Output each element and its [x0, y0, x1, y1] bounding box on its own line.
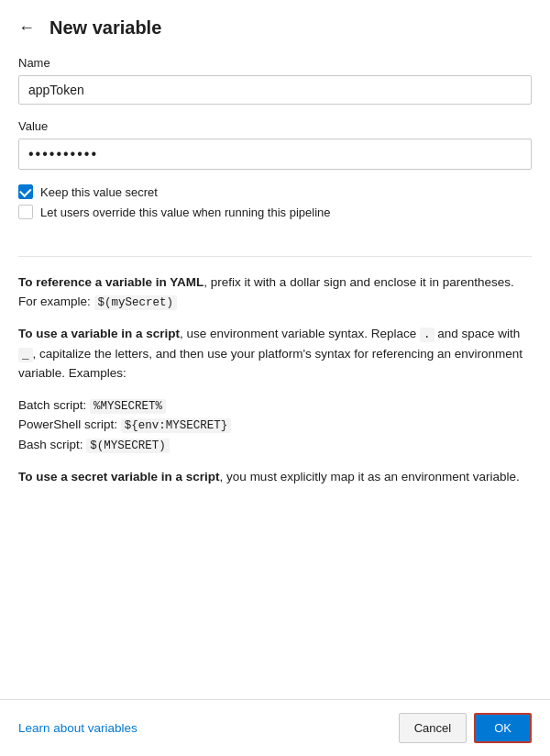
bash-code: $(MYSECRET): [86, 439, 170, 453]
learn-link[interactable]: Learn about variables: [18, 721, 138, 735]
name-form-group: Name: [18, 56, 532, 105]
powershell-label: PowerShell script:: [18, 417, 117, 431]
keep-secret-row[interactable]: Keep this value secret: [18, 184, 532, 199]
batch-label: Batch script:: [18, 398, 86, 412]
footer: Learn about variables Cancel OK: [0, 699, 550, 756]
let-users-override-label: Let users override this value when runni…: [40, 206, 331, 219]
script-info-rest: , use environment variable syntax. Repla…: [180, 327, 416, 340]
value-label: Value: [18, 119, 532, 133]
secret-variable-info: To use a secret variable in a script, yo…: [18, 468, 532, 487]
keep-secret-checkbox[interactable]: [18, 184, 33, 199]
page-header: ← New variable: [0, 0, 550, 52]
batch-code: %MYSECRET%: [90, 399, 166, 414]
script-info-bold: To use a variable in a script: [18, 327, 180, 340]
back-button[interactable]: ←: [15, 15, 38, 41]
keep-secret-label: Keep this value secret: [40, 185, 158, 199]
script-examples: Batch script: %MYSECRET% PowerShell scri…: [18, 396, 532, 455]
info-section: To reference a variable in YAML, prefix …: [18, 273, 532, 681]
value-form-group: Value: [18, 119, 532, 170]
ok-button[interactable]: OK: [474, 713, 532, 743]
powershell-code: ${env:MYSECRET}: [121, 418, 232, 433]
dot-code: .: [420, 328, 434, 342]
name-label: Name: [18, 56, 532, 70]
script-info-rest2: , capitalize the letters, and then use y…: [18, 347, 522, 380]
cancel-button[interactable]: Cancel: [399, 713, 467, 743]
let-users-override-checkbox[interactable]: [18, 205, 33, 219]
and-space-with: and space with: [437, 327, 520, 340]
checkboxes-section: Keep this value secret Let users overrid…: [18, 184, 532, 225]
value-input[interactable]: [18, 139, 532, 170]
footer-buttons: Cancel OK: [399, 713, 532, 743]
page-title: New variable: [50, 17, 161, 39]
secret-variable-rest: , you must explicitly map it as an envir…: [220, 470, 520, 484]
divider: [18, 256, 532, 257]
yaml-code-example: $(mySecret): [94, 295, 178, 310]
secret-variable-bold: To use a secret variable in a script: [18, 470, 220, 484]
let-users-override-row[interactable]: Let users override this value when runni…: [18, 205, 532, 219]
name-input[interactable]: [18, 75, 532, 105]
script-info: To use a variable in a script, use envir…: [18, 325, 532, 384]
yaml-info: To reference a variable in YAML, prefix …: [18, 273, 532, 312]
main-content: Name Value Keep this value secret Let us…: [0, 52, 550, 699]
bash-label: Bash script:: [18, 438, 83, 451]
underscore-code: _: [18, 348, 33, 362]
yaml-info-bold: To reference a variable in YAML: [18, 275, 204, 289]
